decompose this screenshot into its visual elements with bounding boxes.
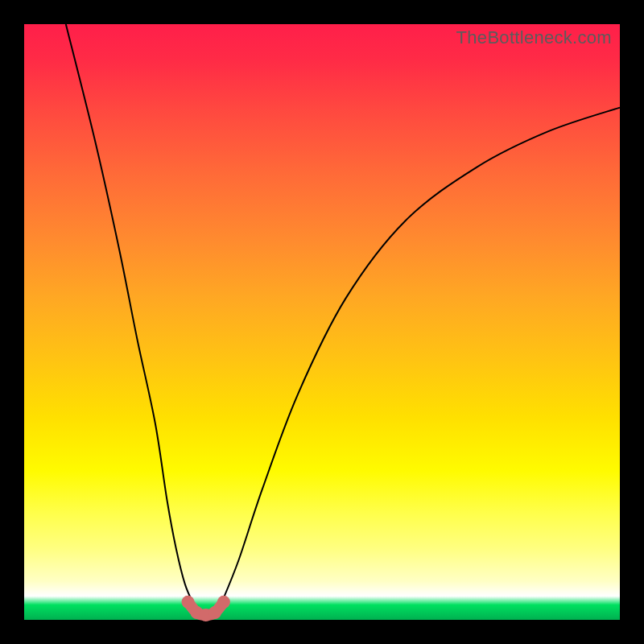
chart-svg (24, 24, 620, 620)
plot-area: TheBottleneck.com (24, 24, 620, 620)
trough-marker-dot (182, 596, 195, 609)
chart-container: TheBottleneck.com (0, 0, 644, 644)
trough-marker-dot (208, 606, 221, 619)
trough-marker-dot (217, 596, 230, 609)
curve-right-branch (221, 108, 620, 605)
curve-left-branch (66, 24, 194, 605)
